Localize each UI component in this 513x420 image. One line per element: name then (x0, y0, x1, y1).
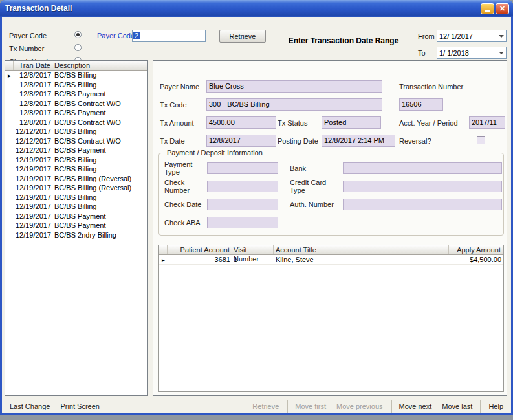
payment-field-input[interactable] (343, 181, 502, 192)
tran-date-cell: 12/19/2017 (14, 193, 52, 203)
row-selector-header (159, 245, 168, 254)
statusbar-button[interactable]: Move previous (331, 400, 392, 413)
radio-option[interactable]: Payer Code (9, 29, 93, 42)
account-title-column-header[interactable]: Account Title (274, 245, 449, 254)
reversal-checkbox[interactable] (477, 136, 485, 144)
titlebar[interactable]: Transaction Detail (0, 0, 513, 17)
tran-date-cell: 12/19/2017 (14, 230, 52, 240)
patient-account-cell: 3681 (168, 255, 232, 264)
transaction-row[interactable]: 12/19/2017 BC/BS Billing (Reversal) (5, 183, 147, 193)
transaction-number-field[interactable]: 16506 (399, 98, 443, 111)
transaction-row[interactable]: 12/19/2017 BC/BS Billing (5, 155, 147, 165)
tran-date-cell: 12/19/2017 (14, 221, 52, 230)
payment-field-label: Credit Card Type (290, 179, 343, 194)
statusbar-button[interactable]: Print Screen (55, 400, 105, 413)
transaction-list-grid: Tran Date Description 12/8/2017 BC/BS Bi… (5, 60, 148, 396)
tran-date-cell: 12/19/2017 (14, 164, 52, 174)
description-cell: BC/BS Contract W/O (52, 137, 147, 146)
visit-number-column-header[interactable]: Visit Number (232, 245, 274, 254)
close-button[interactable] (496, 3, 509, 14)
radio-button-icon[interactable] (74, 44, 82, 51)
apply-amount-cell: $4,500.00 (449, 255, 503, 264)
chevron-down-icon[interactable] (496, 30, 506, 41)
transaction-row[interactable]: 12/8/2017 BC/BS Payment (5, 89, 147, 99)
transaction-row[interactable]: 12/19/2017 BC/BS Payment (5, 221, 147, 230)
transaction-row[interactable]: 12/8/2017 BC/BS Payment (5, 108, 147, 118)
transaction-row[interactable]: 12/12/2017 BC/BS Billing (5, 127, 147, 137)
transaction-list-header: Tran Date Description (5, 61, 147, 71)
payment-field-row: Payment Type (164, 162, 278, 174)
tx-date-field[interactable]: 12/8/2017 (206, 135, 276, 147)
payment-field-label: Check Date (164, 201, 207, 208)
payment-field-row: Bank (290, 162, 502, 174)
tx-amount-field[interactable]: 4500.00 (206, 116, 276, 129)
row-selector-cell (5, 137, 14, 146)
payment-field-input[interactable] (207, 199, 278, 210)
description-column-header[interactable]: Description (52, 61, 147, 70)
statusbar-button[interactable]: Move last (437, 400, 481, 413)
row-selector-cell (5, 202, 14, 212)
tran-date-column-header[interactable]: Tran Date (14, 61, 52, 70)
transaction-row[interactable]: 12/8/2017 BC/BS Contract W/O (5, 99, 147, 109)
radio-option[interactable]: Tx Number (9, 42, 93, 55)
posting-date-field[interactable]: 12/8/2017 2:14 PM (322, 135, 395, 147)
payment-field-input[interactable] (207, 217, 278, 228)
transaction-row[interactable]: 12/12/2017 BC/BS Contract W/O (5, 137, 147, 146)
transaction-row[interactable]: 12/19/2017 BC/BS Payment (5, 212, 147, 221)
transaction-row[interactable]: 12/8/2017 BC/BS Contract W/O (5, 118, 147, 127)
payer-name-field[interactable]: Blue Cross (206, 80, 382, 93)
minimize-button[interactable] (481, 3, 494, 14)
description-cell: BC/BS Payment (52, 146, 147, 155)
payer-code-input[interactable]: 2 (132, 30, 206, 42)
row-selector-cell (5, 155, 14, 165)
statusbar-button[interactable]: Move next (394, 400, 437, 413)
description-cell: BC/BS Billing (52, 71, 147, 80)
payer-code-link[interactable]: Payer Code (97, 32, 135, 39)
from-date-value: 12/ 1/2017 (437, 32, 496, 40)
apply-row[interactable]: 3681 1 Kline, Steve $4,500.00 (159, 255, 503, 265)
tran-date-cell: 12/8/2017 (14, 108, 52, 118)
tx-code-field[interactable]: 300 - BC/BS Billing (206, 98, 382, 111)
apply-grid-body: 3681 1 Kline, Steve $4,500.00 (159, 255, 503, 265)
transaction-row[interactable]: 12/19/2017 BC/BS 2ndry Billing (5, 230, 147, 240)
acct-year-period-field[interactable]: 2017/11 (469, 116, 505, 129)
payment-field-input[interactable] (207, 181, 278, 192)
description-cell: BC/BS Billing (52, 80, 147, 90)
tran-date-cell: 12/8/2017 (14, 80, 52, 90)
transaction-row[interactable]: 12/19/2017 BC/BS Billing (5, 202, 147, 212)
radio-label: Payer Code (9, 32, 47, 39)
row-selector-cell (5, 146, 14, 155)
radio-button-icon[interactable] (74, 31, 82, 38)
payment-field-row: Check Number (164, 181, 278, 192)
payment-field-input[interactable] (343, 162, 502, 174)
statusbar-button[interactable]: Move first (290, 400, 331, 413)
to-date-value: 1/ 1/2018 (437, 49, 496, 57)
transaction-row[interactable]: 12/19/2017 BC/BS Billing (Reversal) (5, 174, 147, 184)
from-date-combo[interactable]: 12/ 1/2017 (437, 30, 507, 42)
retrieve-button[interactable]: Retrieve (219, 30, 266, 43)
transaction-row[interactable]: 12/19/2017 BC/BS Billing (5, 193, 147, 203)
patient-account-column-header[interactable]: Patient Account (168, 245, 232, 254)
transaction-row[interactable]: 12/8/2017 BC/BS Billing (5, 71, 147, 80)
row-selector-cell (5, 164, 14, 174)
apply-grid: Patient Account Visit Number Account Tit… (158, 245, 504, 392)
payment-left-column: Payment Type Check Number Check Date (164, 162, 278, 235)
transaction-row[interactable]: 12/8/2017 BC/BS Billing (5, 80, 147, 90)
statusbar-button[interactable]: Retrieve (247, 400, 288, 413)
statusbar-button[interactable]: Last Change (5, 400, 55, 413)
statusbar-button[interactable]: Help (483, 400, 508, 413)
chevron-down-icon[interactable] (496, 47, 506, 58)
transaction-row[interactable]: 12/12/2017 BC/BS Payment (5, 146, 147, 155)
payment-field-input[interactable] (343, 199, 502, 210)
apply-amount-column-header[interactable]: Apply Amount (449, 245, 503, 254)
transaction-row[interactable]: 12/19/2017 BC/BS Billing (5, 164, 147, 174)
tran-date-cell: 12/8/2017 (14, 89, 52, 99)
to-date-combo[interactable]: 1/ 1/2018 (437, 47, 507, 59)
date-range-heading: Enter Transaction Date Range (268, 36, 419, 45)
payment-field-row: Check Date (164, 199, 278, 210)
titlebar-buttons (481, 3, 513, 14)
tx-status-field[interactable]: Posted (322, 116, 381, 129)
payment-field-input[interactable] (207, 162, 278, 174)
tran-date-cell: 12/19/2017 (14, 202, 52, 212)
visit-number-cell: 1 (232, 255, 274, 264)
